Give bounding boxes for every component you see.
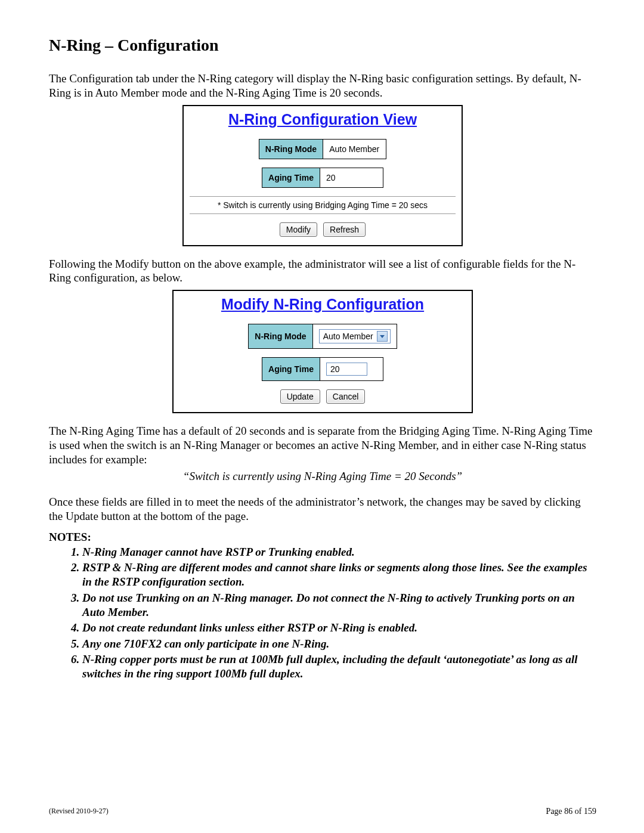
nring-mode-table: N-Ring Mode Auto Member [259,139,386,159]
modify-aging-time-table: Aging Time 20 [262,357,383,381]
modify-nring-mode-table: N-Ring Mode Auto Member [248,324,397,349]
note-item: N-Ring Manager cannot have RSTP or Trunk… [82,545,596,559]
aging-time-table: Aging Time 20 [262,168,383,188]
modify-aging-time-label: Aging Time [262,358,320,381]
nring-mode-label: N-Ring Mode [259,139,323,159]
aging-time-input[interactable]: 20 [326,363,367,376]
modify-intro-paragraph: Following the Modify button on the above… [49,257,596,286]
notes-list: N-Ring Manager cannot have RSTP or Trunk… [66,545,596,682]
page-number: Page 86 of 159 [546,807,596,816]
nring-mode-value: Auto Member [323,139,386,159]
refresh-button[interactable]: Refresh [323,222,366,237]
note-item: Do not create redundant links unless eit… [82,621,596,635]
aging-time-value: 20 [320,168,383,187]
svg-marker-0 [380,335,385,338]
notes-heading: NOTES: [49,531,596,544]
nring-config-view-panel: N-Ring Configuration View N-Ring Mode Au… [182,105,463,246]
page-title: N-Ring – Configuration [49,36,596,55]
cancel-button[interactable]: Cancel [326,389,366,404]
nring-mode-select-value: Auto Member [323,332,373,341]
modify-button[interactable]: Modify [280,222,317,237]
revised-date: (Revised 2010-9-27) [49,807,109,816]
note-item: Any one 710FX2 can only participate in o… [82,637,596,651]
modify-nring-config-title: Modify N-Ring Configuration [179,296,466,313]
update-explain-paragraph: Once these fields are filled in to meet … [49,495,596,524]
aging-time-quote: “Switch is currently using N-Ring Aging … [49,470,596,483]
note-item: Do not use Trunking on an N-Ring manager… [82,591,596,620]
intro-paragraph: The Configuration tab under the N-Ring c… [49,72,596,100]
note-item: RSTP & N-Ring are different modes and ca… [82,561,596,590]
modify-nring-mode-label: N-Ring Mode [249,324,312,349]
nring-config-view-title: N-Ring Configuration View [190,111,456,128]
chevron-down-icon [377,331,388,342]
bridging-aging-status: * Switch is currently using Bridging Agi… [190,196,456,214]
nring-mode-select[interactable]: Auto Member [319,329,391,343]
update-button[interactable]: Update [280,389,320,404]
aging-time-label: Aging Time [262,168,320,187]
modify-nring-config-panel: Modify N-Ring Configuration N-Ring Mode … [172,290,473,413]
aging-time-explain-paragraph: The N-Ring Aging Time has a default of 2… [49,424,596,466]
note-item: N-Ring copper ports must be run at 100Mb… [82,652,596,682]
